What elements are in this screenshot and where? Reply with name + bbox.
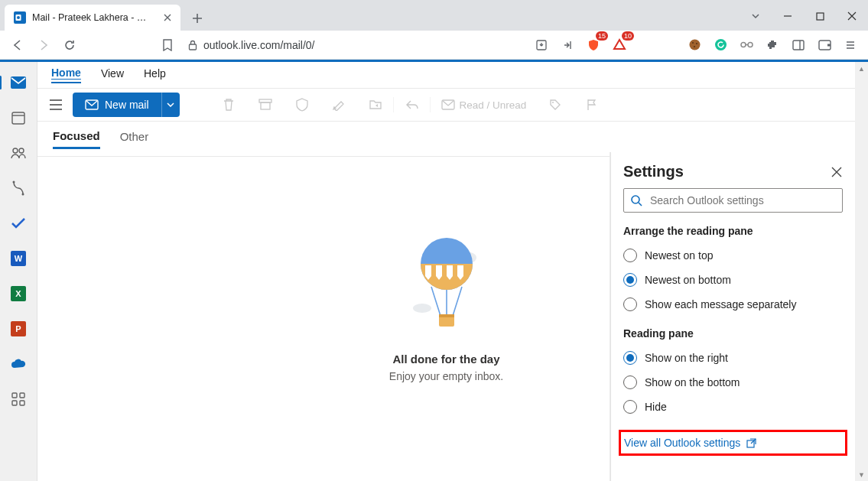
app-rail: W X P	[0, 62, 37, 481]
chevron-down-icon[interactable]	[740, 2, 772, 31]
reading-section-title: Reading pane	[623, 327, 843, 340]
sidepanel-icon[interactable]	[787, 34, 810, 57]
radio-show-bottom[interactable]: Show on the bottom	[623, 370, 843, 395]
toolbar: New mail Read / Unread	[37, 88, 855, 122]
rail-mail-icon[interactable]	[10, 74, 27, 91]
adblock-icon[interactable]: 10	[608, 34, 631, 57]
adblock-badge: 10	[622, 31, 634, 41]
new-mail-dropdown[interactable]	[161, 93, 180, 117]
svg-point-38	[413, 304, 431, 313]
settings-search-input[interactable]	[649, 193, 836, 207]
tab-close-icon[interactable]	[164, 14, 171, 21]
svg-rect-15	[827, 44, 831, 46]
svg-point-7	[691, 42, 693, 44]
wallet-icon[interactable]	[813, 34, 836, 57]
view-all-label: View all Outlook settings	[624, 437, 740, 449]
page-scrollbar[interactable]: ▲ ▼	[855, 62, 868, 481]
bookmark-icon[interactable]	[156, 34, 179, 57]
radio-newest-bottom[interactable]: Newest on bottom	[623, 268, 843, 292]
tab-title: Mail - Prateek Lakhera - Outlook	[32, 12, 153, 23]
delete-icon[interactable]	[213, 93, 244, 117]
read-unread-label: Read / Unread	[460, 99, 527, 111]
svg-rect-28	[12, 393, 17, 398]
share-icon[interactable]	[556, 34, 579, 57]
url-display[interactable]: outlook.live.com/mail/0/	[182, 39, 527, 51]
sweep-icon[interactable]	[323, 93, 354, 117]
window-close-button[interactable]	[836, 2, 868, 31]
scroll-up-icon[interactable]: ▲	[858, 62, 865, 75]
menubar-view[interactable]: View	[101, 67, 124, 83]
radio-icon	[623, 400, 637, 414]
reply-icon[interactable]	[397, 93, 427, 117]
browser-tab-active[interactable]: Mail - Prateek Lakhera - Outlook	[5, 5, 180, 31]
rail-word-icon[interactable]: W	[10, 250, 27, 267]
radio-label: Show each message separately	[645, 298, 796, 310]
browser-address-bar: outlook.live.com/mail/0/ 15 10	[0, 31, 868, 60]
menubar-help[interactable]: Help	[144, 67, 166, 83]
view-all-settings-link[interactable]: View all Outlook settings	[624, 437, 842, 449]
svg-point-11	[741, 43, 746, 47]
svg-point-21	[22, 193, 24, 196]
browser-menu-icon[interactable]	[839, 34, 862, 57]
settings-panel: Settings Arrange the reading pane Newest…	[610, 152, 855, 481]
radio-separate[interactable]: Show each message separately	[623, 292, 843, 317]
archive-icon[interactable]	[250, 93, 281, 117]
open-icon	[746, 438, 756, 448]
install-app-icon[interactable]	[530, 34, 553, 57]
svg-rect-13	[793, 41, 804, 50]
cookie-ext-icon[interactable]	[683, 34, 706, 57]
rail-people-icon[interactable]	[10, 145, 27, 161]
nav-hamburger-icon[interactable]	[45, 94, 67, 115]
svg-text:W: W	[15, 254, 23, 263]
read-unread-button[interactable]: Read / Unread	[434, 93, 535, 117]
search-icon	[630, 194, 642, 206]
url-text: outlook.live.com/mail/0/	[203, 39, 315, 51]
extensions-icon[interactable]	[761, 34, 784, 57]
radio-icon	[623, 351, 637, 365]
rail-onedrive-icon[interactable]	[10, 356, 27, 372]
arrange-section-title: Arrange the reading pane	[623, 225, 843, 237]
radio-hide[interactable]: Hide	[623, 395, 843, 419]
browser-tabstrip: Mail - Prateek Lakhera - Outlook	[0, 0, 868, 31]
svg-rect-34	[261, 102, 270, 109]
tag-icon[interactable]	[540, 93, 571, 117]
window-maximize-button[interactable]	[804, 2, 836, 31]
menubar-home[interactable]: Home	[51, 67, 81, 83]
tab-focused[interactable]: Focused	[53, 129, 100, 149]
new-mail-label: New mail	[105, 99, 149, 111]
radio-icon	[623, 375, 637, 389]
rail-powerpoint-icon[interactable]: P	[10, 320, 27, 337]
grammarly-ext-icon[interactable]	[709, 34, 732, 57]
balloon-illustration-icon	[401, 233, 493, 340]
radio-icon	[623, 297, 637, 311]
moveto-icon[interactable]	[360, 93, 391, 117]
window-minimize-button[interactable]	[772, 2, 804, 31]
link-ext-icon[interactable]	[735, 34, 758, 57]
svg-point-6	[689, 40, 700, 50]
radio-label: Newest on bottom	[645, 274, 731, 286]
settings-search[interactable]	[623, 188, 843, 213]
rail-todo-icon[interactable]	[10, 215, 27, 232]
rail-calendar-icon[interactable]	[10, 109, 27, 126]
settings-title: Settings	[623, 163, 843, 180]
radio-icon	[623, 273, 637, 287]
nav-reload-button[interactable]	[58, 34, 81, 57]
nav-back-button[interactable]	[6, 34, 29, 57]
rail-apps-icon[interactable]	[10, 391, 27, 408]
rail-files-icon[interactable]	[10, 180, 27, 197]
svg-text:P: P	[15, 324, 21, 333]
tab-other[interactable]: Other	[120, 130, 149, 148]
svg-point-42	[632, 196, 639, 203]
brave-shield-icon[interactable]: 15	[582, 34, 605, 57]
settings-close-button[interactable]	[827, 163, 846, 181]
rail-excel-icon[interactable]: X	[10, 285, 27, 302]
scroll-down-icon[interactable]: ▼	[858, 468, 865, 481]
radio-newest-top[interactable]: Newest on top	[623, 243, 843, 268]
new-mail-button[interactable]: New mail	[73, 93, 180, 117]
svg-point-18	[13, 148, 18, 153]
report-icon[interactable]	[287, 93, 317, 117]
flag-icon[interactable]	[577, 93, 607, 117]
new-tab-button[interactable]	[185, 6, 210, 31]
svg-point-19	[19, 148, 24, 153]
radio-show-right[interactable]: Show on the right	[623, 346, 843, 370]
